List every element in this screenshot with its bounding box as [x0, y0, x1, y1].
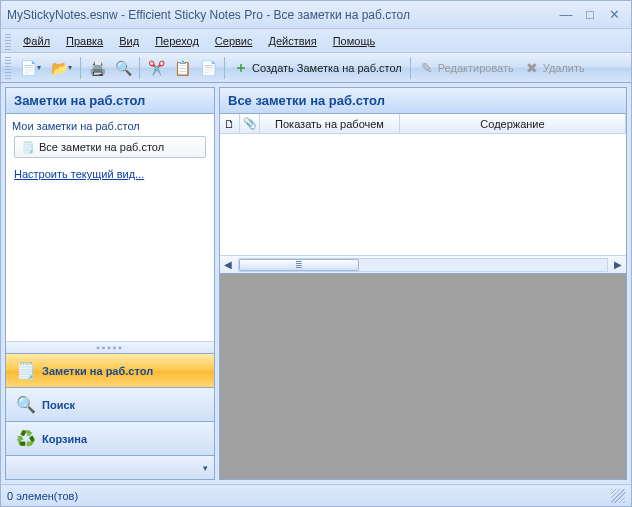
maximize-button[interactable]: □ — [579, 6, 601, 24]
open-button[interactable]: 📂▾ — [46, 56, 77, 80]
delete-icon: ✖ — [524, 60, 540, 76]
create-note-button[interactable]: ＋ Создать Заметка на раб.стол — [228, 56, 407, 80]
toolbar: 📄▾ 📂▾ 🖨️ 🔍 ✂️ 📋 📄 ＋ Создать Заметка на р… — [1, 53, 631, 83]
grid-header: 🗋 📎 Показать на рабочем Содержание — [220, 114, 626, 134]
close-button[interactable]: ✕ — [603, 6, 625, 24]
spacer — [6, 186, 214, 341]
separator — [139, 57, 140, 79]
splitter-dots[interactable]: ▪▪▪▪▪ — [6, 341, 214, 353]
new-button[interactable]: 📄▾ — [15, 56, 46, 80]
menu-file[interactable]: Файл — [15, 32, 58, 50]
nav-search[interactable]: 🔍 Поиск — [6, 387, 214, 421]
pencil-icon: ✎ — [419, 60, 435, 76]
menu-help[interactable]: Помощь — [325, 32, 384, 50]
left-section-label: Мои заметки на раб.стол — [6, 114, 214, 132]
delete-button: ✖ Удалить — [519, 56, 590, 80]
plus-icon: ＋ — [233, 60, 249, 76]
notes-icon: 🗒️ — [21, 141, 35, 154]
left-pane-body: Мои заметки на раб.стол 🗒️ Все заметки н… — [6, 114, 214, 353]
document-icon: 📄 — [20, 60, 36, 76]
statusbar: 0 элемен(тов) — [1, 484, 631, 506]
paste-button[interactable]: 📄 — [195, 56, 221, 80]
nav-trash[interactable]: ♻️ Корзина — [6, 421, 214, 455]
col-show[interactable]: Показать на рабочем — [260, 114, 400, 133]
col-icon[interactable]: 🗋 — [220, 114, 240, 133]
menu-edit[interactable]: Правка — [58, 32, 111, 50]
chevron-down-icon: ▾ — [68, 63, 72, 72]
separator — [80, 57, 81, 79]
separator — [410, 57, 411, 79]
window-title: MyStickyNotes.esnw - Efficient Sticky No… — [7, 8, 553, 22]
scissors-icon: ✂️ — [148, 60, 164, 76]
cut-button[interactable]: ✂️ — [143, 56, 169, 80]
scroll-left-icon[interactable]: ◀ — [220, 257, 236, 273]
scroll-right-icon[interactable]: ▶ — [610, 257, 626, 273]
menu-service[interactable]: Сервис — [207, 32, 261, 50]
menubar: Файл Правка Вид Переход Сервис Действия … — [1, 29, 631, 53]
preview-button[interactable]: 🔍 — [110, 56, 136, 80]
all-notes-button[interactable]: 🗒️ Все заметки на раб.стол — [14, 136, 206, 158]
paste-icon: 📄 — [200, 60, 216, 76]
folder-open-icon: 📂 — [51, 60, 67, 76]
copy-button[interactable]: 📋 — [169, 56, 195, 80]
workarea: Заметки на раб.стол Мои заметки на раб.с… — [1, 83, 631, 484]
chevron-down-icon: ▾ — [203, 463, 208, 473]
minimize-button[interactable]: — — [555, 6, 577, 24]
attachment-icon: 📎 — [243, 117, 257, 130]
configure-view-link[interactable]: Настроить текущий вид... — [14, 168, 206, 180]
menu-goto[interactable]: Переход — [147, 32, 207, 50]
left-pane: Заметки на раб.стол Мои заметки на раб.с… — [5, 87, 215, 480]
grid-body[interactable] — [220, 134, 626, 255]
scroll-track[interactable]: ≣ — [238, 258, 608, 272]
menu-action[interactable]: Действия — [261, 32, 325, 50]
document-icon: 🗋 — [224, 118, 235, 130]
right-pane-header: Все заметки на раб.стол — [220, 88, 626, 114]
recycle-icon: ♻️ — [16, 429, 36, 449]
preview-pane — [220, 274, 626, 479]
left-pane-header: Заметки на раб.стол — [6, 88, 214, 114]
grid: 🗋 📎 Показать на рабочем Содержание ◀ ≣ ▶ — [220, 114, 626, 274]
horizontal-scrollbar[interactable]: ◀ ≣ ▶ — [220, 255, 626, 273]
toolbar-grip[interactable] — [5, 57, 11, 79]
nav-overflow[interactable]: ▾ — [6, 455, 214, 479]
titlebar: MyStickyNotes.esnw - Efficient Sticky No… — [1, 1, 631, 29]
right-pane: Все заметки на раб.стол 🗋 📎 Показать на … — [219, 87, 627, 480]
edit-button: ✎ Редактировать — [414, 56, 519, 80]
nav-notes[interactable]: 🗒️ Заметки на раб.стол — [6, 353, 214, 387]
print-button[interactable]: 🖨️ — [84, 56, 110, 80]
printer-icon: 🖨️ — [89, 60, 105, 76]
col-attach[interactable]: 📎 — [240, 114, 260, 133]
separator — [224, 57, 225, 79]
chevron-down-icon: ▾ — [37, 63, 41, 72]
sticky-note-icon: 🗒️ — [16, 361, 36, 381]
menubar-grip[interactable] — [5, 32, 11, 50]
preview-icon: 🔍 — [115, 60, 131, 76]
col-content[interactable]: Содержание — [400, 114, 626, 133]
menu-view[interactable]: Вид — [111, 32, 147, 50]
search-icon: 🔍 — [16, 395, 36, 415]
scroll-thumb[interactable]: ≣ — [239, 259, 359, 271]
status-text: 0 элемен(тов) — [7, 490, 78, 502]
resize-grip[interactable] — [611, 489, 625, 503]
copy-icon: 📋 — [174, 60, 190, 76]
